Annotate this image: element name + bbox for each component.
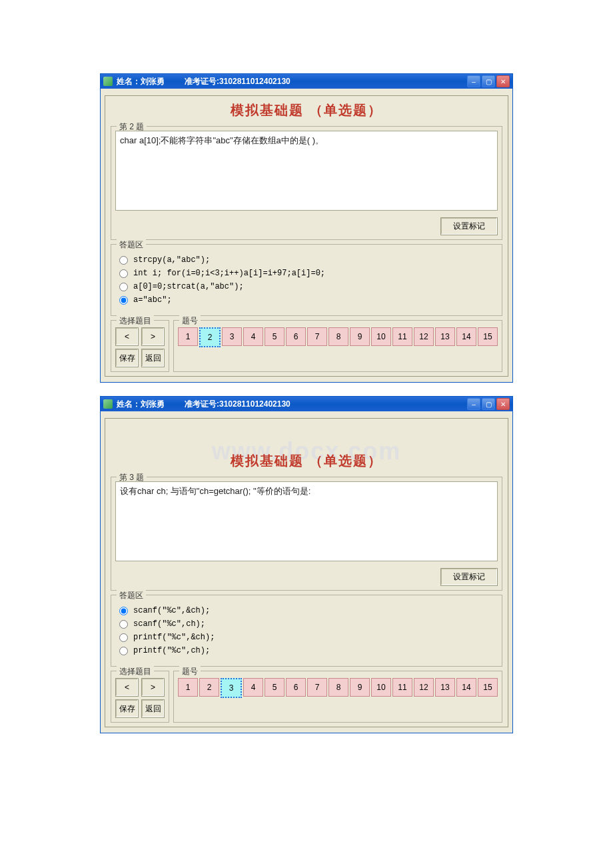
answer-text: strcpy(a,"abc"); [133,255,210,265]
question-number[interactable]: 4 [243,678,263,697]
back-button[interactable]: 返回 [141,699,165,718]
question-number[interactable]: 4 [243,327,263,346]
answer-radio[interactable] [119,269,128,278]
question-number[interactable]: 2 [199,327,221,347]
prev-button[interactable]: < [115,678,139,697]
app-icon [103,399,113,409]
app-window: 姓名：刘张勇准考证号:3102811012402130–▢✕模拟基础题 （单选题… [100,73,513,383]
question-number[interactable]: 13 [435,678,455,697]
close-icon[interactable]: ✕ [496,398,510,410]
question-number[interactable]: 7 [307,327,327,346]
titlebar: 姓名：刘张勇准考证号:3102811012402130–▢✕ [101,74,512,89]
nav-label: 选择题目 [117,666,154,677]
answer-radio[interactable] [119,296,128,305]
titlebar: 姓名：刘张勇准考证号:3102811012402130–▢✕ [101,397,512,411]
answer-option[interactable]: strcpy(a,"abc"); [119,255,494,265]
page-title: 模拟基础题 （单选题） [105,447,508,473]
answer-radio[interactable] [119,256,128,265]
save-button[interactable]: 保存 [115,349,139,367]
minimize-icon[interactable]: – [467,398,480,410]
question-box: 第 2 题char a[10];不能将字符串"abc"存储在数组a中的是( )。… [111,126,502,240]
nav-label: 选择题目 [117,315,154,327]
app-window: 姓名：刘张勇准考证号:3102811012402130–▢✕www.docx.c… [100,396,513,733]
page-title: 模拟基础题 （单选题） [105,96,508,122]
title-name: 姓名：刘张勇 [117,399,165,410]
question-number[interactable]: 10 [371,678,391,697]
answer-text: a="abc"; [133,295,172,305]
main-panel: www.docx.com模拟基础题 （单选题）第 3 题设有char ch; 与… [105,418,508,727]
question-numbers-box: 题号123456789101112131415 [173,671,502,723]
question-number[interactable]: 15 [478,678,498,697]
question-number[interactable]: 5 [265,327,285,346]
question-number[interactable]: 3 [221,678,242,698]
title-name: 姓名：刘张勇 [117,76,165,87]
answer-option[interactable]: scanf("%c",ch); [119,619,494,629]
question-number[interactable]: 12 [414,678,434,697]
next-button[interactable]: > [141,327,165,346]
title-exam-id: 准考证号:3102811012402130 [185,399,291,410]
question-number[interactable]: 3 [222,327,242,346]
answer-option[interactable]: a="abc"; [119,295,494,305]
answer-option[interactable]: a[0]=0;strcat(a,"abc"); [119,282,494,291]
next-button[interactable]: > [141,678,165,697]
answer-option[interactable]: int i; for(i=0;i<3;i++)a[i]=i+97;a[i]=0; [119,269,494,278]
question-number[interactable]: 15 [478,327,498,346]
question-number[interactable]: 14 [456,678,476,697]
maximize-icon[interactable]: ▢ [482,398,495,410]
numbers-label: 题号 [179,315,201,327]
question-number[interactable]: 14 [456,327,476,346]
prev-button[interactable]: < [115,327,139,346]
answer-box: 答题区scanf("%c",&ch);scanf("%c",ch);printf… [111,595,502,667]
question-number[interactable]: 9 [350,678,370,697]
answer-text: int i; for(i=0;i<3;i++)a[i]=i+97;a[i]=0; [133,269,325,278]
answer-radio[interactable] [119,607,128,615]
question-text: 设有char ch; 与语句"ch=getchar(); "等价的语句是: [115,481,498,561]
main-panel: 模拟基础题 （单选题）第 2 题char a[10];不能将字符串"abc"存储… [105,95,508,377]
answer-option[interactable]: scanf("%c",&ch); [119,606,494,615]
answer-label: 答题区 [117,590,146,601]
question-number[interactable]: 8 [328,327,348,346]
answer-label: 答题区 [117,239,146,251]
question-number[interactable]: 6 [286,678,306,697]
maximize-icon[interactable]: ▢ [482,75,495,87]
question-number[interactable]: 1 [178,327,198,346]
nav-select: 选择题目<>保存返回 [111,320,169,372]
save-button[interactable]: 保存 [115,699,139,718]
question-text: char a[10];不能将字符串"abc"存储在数组a中的是( )。 [115,131,498,211]
answer-text: a[0]=0;strcat(a,"abc"); [133,282,244,291]
question-box: 第 3 题设有char ch; 与语句"ch=getchar(); "等价的语句… [111,477,502,591]
title-exam-id: 准考证号:3102811012402130 [185,76,291,87]
question-number[interactable]: 13 [435,327,455,346]
question-number[interactable]: 5 [265,678,285,697]
question-number[interactable]: 10 [371,327,391,346]
minimize-icon[interactable]: – [467,75,480,87]
question-number[interactable]: 6 [286,327,306,346]
question-number[interactable]: 7 [307,678,327,697]
answer-radio[interactable] [119,633,128,642]
answer-text: printf("%c",&ch); [133,633,215,642]
app-icon [103,77,113,86]
numbers-label: 题号 [179,666,201,677]
close-icon[interactable]: ✕ [496,75,510,87]
answer-text: scanf("%c",&ch); [133,606,210,615]
answer-radio[interactable] [119,283,128,291]
answer-radio[interactable] [119,620,128,629]
answer-option[interactable]: printf("%c",&ch); [119,633,494,642]
question-number[interactable]: 12 [414,327,434,346]
question-numbers-box: 题号123456789101112131415 [173,320,502,372]
set-mark-button[interactable]: 设置标记 [440,217,498,235]
question-number[interactable]: 1 [178,678,198,697]
answer-text: printf("%c",ch); [133,646,210,655]
set-mark-button[interactable]: 设置标记 [440,568,498,586]
question-number[interactable]: 11 [392,327,412,346]
question-number[interactable]: 11 [392,678,412,697]
question-number[interactable]: 2 [199,678,219,697]
nav-select: 选择题目<>保存返回 [111,671,169,723]
back-button[interactable]: 返回 [141,349,165,367]
answer-box: 答题区strcpy(a,"abc");int i; for(i=0;i<3;i+… [111,244,502,316]
answer-radio[interactable] [119,647,128,655]
question-number[interactable]: 9 [350,327,370,346]
question-number[interactable]: 8 [328,678,348,697]
answer-text: scanf("%c",ch); [133,619,205,629]
answer-option[interactable]: printf("%c",ch); [119,646,494,655]
